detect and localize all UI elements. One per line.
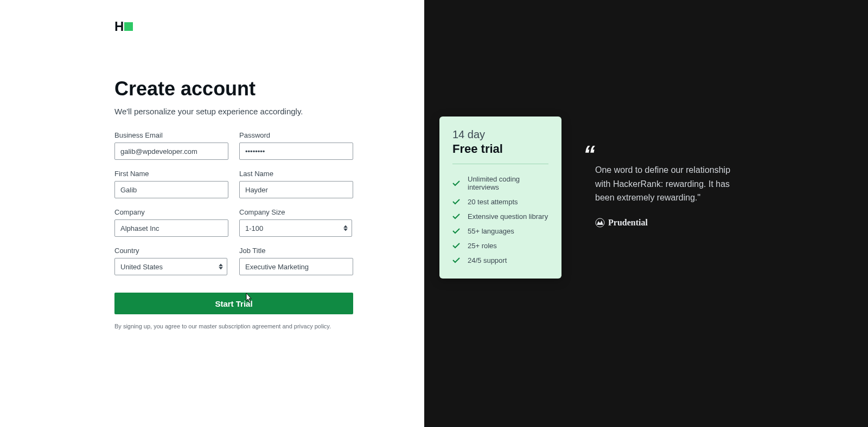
trial-feature-item: 55+ languages: [452, 227, 548, 235]
business-email-label: Business Email: [114, 131, 228, 139]
last-name-field-wrapper: Last Name: [239, 170, 353, 198]
company-size-label: Company Size: [239, 208, 353, 216]
testimonial: “ One word to define our relationship wi…: [583, 143, 746, 427]
testimonial-brand: Prudential: [595, 218, 746, 228]
job-title-input[interactable]: [239, 258, 353, 275]
country-select[interactable]: [114, 258, 227, 275]
trial-feature-item: 24/5 support: [452, 256, 548, 264]
signup-form: Business Email Password First Name Last …: [114, 131, 353, 275]
trial-card: 14 day Free trial Unlimited coding inter…: [439, 117, 561, 279]
check-icon: [452, 257, 460, 263]
password-field-wrapper: Password: [239, 131, 353, 160]
trial-feature-label: 55+ languages: [468, 227, 514, 235]
first-name-input[interactable]: [114, 181, 228, 198]
prudential-rock-icon: [595, 218, 605, 228]
job-title-field-wrapper: Job Title: [239, 247, 353, 275]
start-trial-button[interactable]: Start Trial: [114, 293, 353, 314]
testimonial-brand-name: Prudential: [608, 218, 648, 228]
trial-divider: [452, 164, 548, 164]
right-panel: 14 day Free trial Unlimited coding inter…: [424, 0, 868, 427]
business-email-field-wrapper: Business Email: [114, 131, 228, 160]
trial-title: Free trial: [452, 142, 548, 156]
logo-letter: H: [114, 19, 123, 34]
left-panel: H Create account We'll personalize your …: [0, 0, 424, 427]
svg-point-0: [596, 218, 604, 227]
check-icon: [452, 199, 460, 205]
job-title-label: Job Title: [239, 247, 353, 255]
first-name-field-wrapper: First Name: [114, 170, 228, 198]
company-size-field-wrapper: Company Size: [239, 208, 353, 237]
trial-feature-label: 24/5 support: [468, 256, 507, 264]
first-name-label: First Name: [114, 170, 228, 178]
check-icon: [452, 243, 460, 249]
password-input[interactable]: [239, 143, 353, 160]
testimonial-quote: One word to define our relationship with…: [595, 163, 746, 205]
page-title: Create account: [114, 77, 424, 100]
country-field-wrapper: Country: [114, 247, 228, 275]
trial-feature-item: Unlimited coding interviews: [452, 175, 548, 191]
logo: H: [114, 19, 424, 34]
last-name-input[interactable]: [239, 181, 353, 198]
country-label: Country: [114, 247, 228, 255]
password-label: Password: [239, 131, 353, 139]
trial-features-list: Unlimited coding interviews 20 test atte…: [452, 175, 548, 264]
terms-text: By signing up, you agree to our master s…: [114, 323, 424, 329]
trial-feature-label: 25+ roles: [468, 242, 497, 250]
company-field-wrapper: Company: [114, 208, 228, 237]
trial-feature-label: 20 test attempts: [468, 198, 518, 206]
last-name-label: Last Name: [239, 170, 353, 178]
page-subtitle: We'll personalize your setup experience …: [114, 107, 424, 116]
company-label: Company: [114, 208, 228, 216]
trial-feature-item: 20 test attempts: [452, 198, 548, 206]
logo-square-icon: [124, 22, 133, 31]
check-icon: [452, 228, 460, 234]
check-icon: [452, 214, 460, 219]
check-icon: [452, 180, 460, 186]
company-size-select[interactable]: [239, 219, 352, 237]
company-input[interactable]: [114, 219, 228, 237]
trial-feature-item: Extensive question library: [452, 212, 548, 221]
trial-top-line: 14 day: [452, 128, 548, 141]
trial-feature-label: Unlimited coding interviews: [468, 175, 548, 191]
trial-feature-label: Extensive question library: [468, 212, 548, 221]
trial-feature-item: 25+ roles: [452, 242, 548, 250]
business-email-input[interactable]: [114, 143, 228, 160]
